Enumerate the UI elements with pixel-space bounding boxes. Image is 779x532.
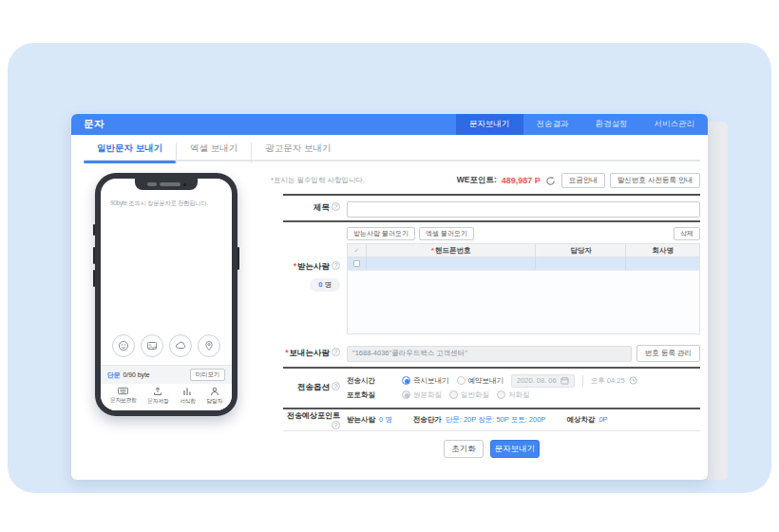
row-checkbox[interactable] — [353, 260, 360, 267]
camera-dot — [183, 183, 186, 186]
cell-manager[interactable] — [536, 257, 626, 270]
contact-manager-button[interactable]: 담당자 — [207, 387, 223, 406]
preview-button[interactable]: 미리보기 — [190, 369, 225, 381]
page-title: 문자 — [84, 118, 104, 131]
send-time-label: 전송시간 — [347, 376, 394, 386]
help-icon[interactable]: ? — [332, 202, 340, 211]
photo-quality-option: 포토화질 원본화질 일반화질 저화질 — [347, 388, 700, 402]
refresh-icon[interactable] — [545, 175, 557, 186]
table-row[interactable] — [348, 257, 699, 271]
smiley-icon[interactable] — [112, 334, 135, 357]
estimate-deduction: 예상차감0P — [566, 415, 607, 425]
send-options-row: 전송옵션? 전송시간 즉시보내기 예약보내기 2020. 08. 06 오후 0… — [283, 369, 700, 408]
fee-info-button[interactable]: 요금안내 — [561, 173, 605, 188]
estimate-unit-price: 전송단가단문: 20P 장문: 50P 포토: 200P — [413, 415, 546, 425]
nav-item-send[interactable]: 문자보내기 — [456, 114, 523, 135]
tab-bar: 일반문자 보내기 엑셀 보내기 광고문자 보내기 — [71, 135, 708, 163]
clock-icon — [629, 376, 637, 385]
help-icon[interactable]: ? — [332, 382, 340, 390]
reserve-time-picker[interactable]: 오후 04:25 — [582, 375, 637, 387]
help-icon[interactable]: ? — [332, 421, 340, 429]
recipients-toolbar: 받는사람 불러오기 엑셀 불러오기 삭제 — [347, 227, 700, 240]
point-value: 489,987 P — [502, 176, 541, 185]
cloud-icon[interactable] — [169, 334, 192, 357]
column-phone: *핸드폰번호 — [367, 244, 536, 256]
sender-label: *보내는사람? — [283, 348, 347, 359]
byte-counter: 0/90 byte — [124, 371, 150, 378]
estimate-row: 전송예상포인트? 받는사람0 명 전송단가단문: 20P 장문: 50P 포토:… — [283, 409, 700, 430]
send-options-label: 전송옵션? — [283, 382, 347, 393]
recipients-row: *받는사람? 0 명 받는사람 불러오기 엑셀 불러오기 삭제 ✓ *핸드폰번호… — [283, 222, 700, 340]
message-compose-area[interactable] — [101, 208, 232, 334]
phone-preview: 90byte 초과시 장문문자로 전환됩니다. 단문 0/90 byte — [95, 173, 238, 416]
template-box-button[interactable]: 서식함 — [180, 387, 196, 406]
required-note: *표시는 필수입력 사항입니다. — [271, 176, 365, 185]
sender-number-field[interactable]: "1688-4036"클라우드팩스 고객센터" — [347, 346, 632, 362]
reserve-date-picker[interactable]: 2020. 08. 06 — [511, 374, 575, 388]
column-company: 회사명 — [626, 244, 699, 256]
help-icon[interactable]: ? — [332, 348, 340, 356]
scrollbar-track[interactable] — [708, 122, 728, 480]
sms-app-window: 문자 문자보내기 전송결과 환경설정 서비스관리 일반문자 보내기 엑셀 보내기… — [71, 114, 708, 480]
subject-input[interactable] — [347, 201, 700, 218]
estimate-label: 전송예상포인트? — [283, 410, 347, 430]
point-area: WE포인트: 489,987 P 요금안내 발신번호 사전등록 안내 — [457, 173, 700, 188]
recipients-label: *받는사람? 0 명 — [283, 227, 347, 334]
manage-numbers-button[interactable]: 번호 등록 관리 — [636, 345, 700, 362]
location-icon[interactable] — [198, 334, 220, 357]
form-actions: 초기화 문자보내기 — [283, 431, 700, 458]
calendar-icon — [560, 376, 569, 385]
sender-row: *보내는사람? "1688-4036"클라우드팩스 고객센터" 번호 등록 관리 — [283, 340, 700, 367]
load-contacts-button[interactable]: 받는사람 불러오기 — [347, 227, 415, 240]
image-icon[interactable] — [141, 334, 163, 357]
cell-phone[interactable] — [367, 257, 536, 270]
message-save-button[interactable]: 문자저장 — [147, 387, 168, 406]
save-icon — [153, 387, 162, 396]
reset-button[interactable]: 초기화 — [444, 440, 484, 458]
top-nav: 문자보내기 전송결과 환경설정 서비스관리 — [456, 114, 708, 135]
attachment-icons — [101, 334, 232, 357]
recipient-count-badge: 0 명 — [310, 278, 340, 292]
radio-quality-normal[interactable]: 일반화질 — [449, 390, 489, 400]
phone-screen: 90byte 초과시 장문문자로 전환됩니다. 단문 0/90 byte — [101, 179, 232, 410]
recipients-table: ✓ *핸드폰번호 담당자 회사명 — [347, 243, 700, 334]
tab-excel-sms[interactable]: 엑셀 보내기 — [176, 142, 251, 163]
phone-toolbar: 문자보관함 문자저장 서식함 담당자 — [101, 384, 232, 410]
help-icon[interactable]: ? — [332, 261, 340, 270]
radio-quality-original[interactable]: 원본화질 — [402, 390, 442, 400]
table-header-row: ✓ *핸드폰번호 담당자 회사명 — [348, 244, 699, 257]
message-archive-button[interactable]: 문자보관함 — [110, 387, 137, 405]
delete-button[interactable]: 삭제 — [674, 227, 700, 240]
chart-icon — [182, 387, 192, 396]
phone-notch — [135, 179, 198, 190]
subject-row: 제목? — [283, 196, 700, 220]
tab-general-sms[interactable]: 일반문자 보내기 — [84, 142, 176, 163]
nav-item-service[interactable]: 서비스관리 — [641, 114, 709, 135]
estimate-recipients: 받는사람0 명 — [347, 415, 392, 425]
load-excel-button[interactable]: 엑셀 불러오기 — [419, 227, 474, 240]
sender-register-info-button[interactable]: 발신번호 사전등록 안내 — [610, 173, 700, 188]
sms-form: 제목? *받는사람? 0 명 받는사람 불러오기 엑셀 불러오기 삭제 — [283, 194, 700, 458]
radio-send-reserved[interactable]: 예약보내기 — [457, 376, 504, 386]
column-manager: 담당자 — [536, 244, 626, 256]
photo-quality-label: 포토화질 — [347, 390, 394, 400]
subject-label: 제목? — [283, 202, 347, 214]
nav-item-results[interactable]: 전송결과 — [523, 114, 582, 135]
send-time-option: 전송시간 즉시보내기 예약보내기 2020. 08. 06 오후 04:25 — [347, 373, 700, 388]
select-all-check-icon[interactable]: ✓ — [348, 244, 367, 256]
nav-item-settings[interactable]: 환경설정 — [582, 114, 641, 135]
app-header: 문자 문자보내기 전송결과 환경설정 서비스관리 — [71, 114, 708, 135]
point-label: WE포인트: — [457, 175, 497, 186]
keyboard-icon — [118, 387, 128, 395]
active-tab-underline — [84, 161, 176, 163]
byte-counter-bar: 단문 0/90 byte 미리보기 — [101, 365, 232, 384]
tab-ad-sms[interactable]: 광고문자 보내기 — [251, 142, 344, 163]
radio-send-now[interactable]: 즉시보내기 — [402, 376, 449, 386]
send-sms-button[interactable]: 문자보내기 — [490, 440, 540, 458]
person-icon — [210, 387, 219, 396]
cell-company[interactable] — [626, 257, 699, 270]
message-type-label: 단문 — [107, 370, 121, 380]
byte-limit-hint: 90byte 초과시 장문문자로 전환됩니다. — [101, 200, 232, 208]
radio-quality-low[interactable]: 저화질 — [497, 390, 530, 400]
